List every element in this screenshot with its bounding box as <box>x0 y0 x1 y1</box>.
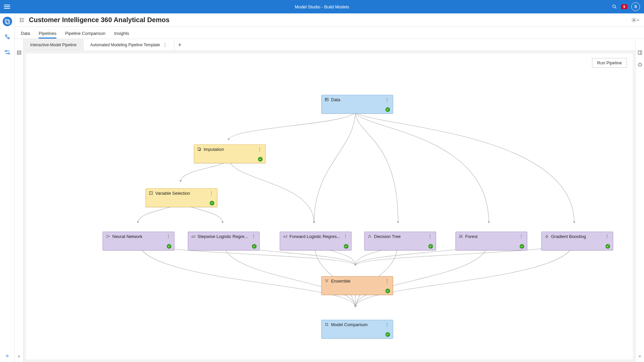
svg-point-45 <box>547 236 548 237</box>
rail-expand-icon[interactable]: » <box>6 353 9 359</box>
svg-point-51 <box>327 323 328 324</box>
node-menu-icon[interactable]: ⋮ <box>342 234 348 239</box>
node-label: Forward Logistic Regres... <box>289 234 340 239</box>
svg-point-10 <box>20 20 21 20</box>
svg-point-50 <box>325 323 326 324</box>
pipeline-canvas[interactable]: Run Pipeline <box>25 53 633 360</box>
right-dock-expand-icon[interactable]: « <box>639 353 641 359</box>
node-decision-tree[interactable]: Decision Tree ⋮ ✓ <box>364 232 436 250</box>
svg-rect-15 <box>17 51 21 55</box>
main-tabs: Data Pipelines Pipeline Comparison Insig… <box>15 27 644 39</box>
node-gradient-boosting[interactable]: Gradient Boosting ⋮ ✓ <box>541 232 613 250</box>
status-ok-icon: ✓ <box>344 244 348 249</box>
status-ok-icon: ✓ <box>258 157 263 162</box>
status-ok-icon: ✓ <box>385 107 390 112</box>
node-label: Model Comparison <box>331 322 382 327</box>
node-menu-icon[interactable]: ⋮ <box>251 234 257 239</box>
varsel-icon <box>149 191 153 195</box>
svg-rect-19 <box>325 98 328 101</box>
node-menu-icon[interactable]: ⋮ <box>518 234 524 239</box>
notification-badge[interactable]: 9 <box>621 4 627 9</box>
status-ok-icon: ✓ <box>167 244 171 249</box>
search-icon[interactable] <box>612 4 617 9</box>
status-ok-icon: ✓ <box>428 244 433 249</box>
node-menu-icon[interactable]: ⋮ <box>257 146 263 152</box>
app-title: Model Studio - Build Models <box>295 4 349 9</box>
status-ok-icon: ✓ <box>252 244 257 249</box>
add-pipeline-tab[interactable]: + <box>174 42 185 48</box>
svg-rect-6 <box>5 51 7 52</box>
pipeline-tab-label: Automated Modeling Pipeline Template <box>90 43 160 47</box>
status-ok-icon: ✓ <box>385 289 390 293</box>
node-neural-network[interactable]: Neural Network ⋮ ✓ <box>103 232 174 250</box>
svg-rect-2 <box>5 19 9 23</box>
node-forward-logistic[interactable]: Forward Logistic Regres... ⋮ ✓ <box>280 232 352 250</box>
node-label: Stepwise Logistic Regre... <box>198 234 249 239</box>
svg-rect-22 <box>198 148 200 150</box>
svg-point-49 <box>326 282 327 282</box>
outline-icon[interactable] <box>19 17 25 23</box>
status-ok-icon: ✓ <box>520 244 524 249</box>
tab-insights[interactable]: Insights <box>114 31 129 39</box>
node-palette-icon[interactable] <box>17 50 21 56</box>
node-imputation[interactable]: Imputation ⋮ ✓ <box>194 144 266 163</box>
svg-point-24 <box>107 235 107 236</box>
svg-point-47 <box>325 280 326 280</box>
node-menu-icon[interactable]: ⋮ <box>208 190 214 196</box>
svg-point-37 <box>370 237 371 238</box>
svg-rect-5 <box>8 38 9 39</box>
node-label: Neural Network <box>112 234 163 239</box>
svg-rect-3 <box>6 20 10 24</box>
node-label: Data <box>331 97 382 102</box>
rail-projects-icon[interactable] <box>3 17 12 26</box>
node-stepwise-logistic[interactable]: Stepwise Logistic Regre... ⋮ ✓ <box>188 232 260 250</box>
pipeline-tab-menu-icon[interactable]: ⋮ <box>163 42 167 48</box>
node-label: Variable Selection <box>155 191 206 196</box>
svg-point-25 <box>107 237 107 238</box>
tab-data[interactable]: Data <box>21 31 30 39</box>
node-label: Ensemble <box>331 279 382 284</box>
pipeline-tab-automated[interactable]: Automated Modeling Pipeline Template ⋮ <box>84 39 174 51</box>
tab-pipelines[interactable]: Pipelines <box>39 31 56 39</box>
svg-point-14 <box>633 19 635 21</box>
node-ensemble[interactable]: Ensemble ⋮ ✓ <box>321 276 393 295</box>
node-variable-selection[interactable]: Variable Selection ⋮ ✓ <box>146 188 217 207</box>
node-menu-icon[interactable]: ⋮ <box>427 234 433 239</box>
node-menu-icon[interactable]: ⋮ <box>384 278 390 284</box>
node-menu-icon[interactable]: ⋮ <box>165 234 171 239</box>
node-label: Forest <box>465 234 516 239</box>
node-model-comparison[interactable]: Model Comparison ⋮ ✓ <box>321 320 393 339</box>
properties-icon[interactable] <box>638 50 642 56</box>
svg-point-35 <box>369 235 370 236</box>
svg-point-8 <box>20 18 21 19</box>
table-icon <box>324 97 329 102</box>
pipeline-tab-interactive[interactable]: Interactive-Model Pipeline <box>23 39 84 51</box>
svg-point-57 <box>640 64 640 64</box>
svg-point-38 <box>460 235 461 236</box>
node-menu-icon[interactable]: ⋮ <box>384 322 390 327</box>
status-ok-icon: ✓ <box>210 201 214 205</box>
left-dock-expand-icon[interactable]: » <box>18 353 20 359</box>
node-forest[interactable]: Forest ⋮ ✓ <box>455 232 527 250</box>
node-menu-icon[interactable]: ⋮ <box>604 234 610 239</box>
left-rail: » <box>0 13 15 362</box>
workspace: » Interactive-Model Pipeline Automated M… <box>15 39 644 362</box>
node-data[interactable]: Data ⋮ ✓ <box>321 95 393 114</box>
settings-icon[interactable] <box>631 17 639 23</box>
node-label: Gradient Boosting <box>551 234 602 239</box>
rail-exchange-icon[interactable] <box>3 48 12 57</box>
run-pipeline-button[interactable]: Run Pipeline <box>592 58 627 68</box>
info-icon[interactable] <box>638 62 642 68</box>
tab-pipeline-comparison[interactable]: Pipeline Comparison <box>65 31 105 39</box>
svg-point-42 <box>462 237 463 238</box>
imputation-icon <box>197 147 202 152</box>
right-dock: « <box>635 39 644 362</box>
pipeline-tabs: Interactive-Model Pipeline Automated Mod… <box>23 39 635 51</box>
menu-button[interactable] <box>4 5 10 9</box>
rail-flow-icon[interactable] <box>3 32 12 42</box>
pipeline-tab-label: Interactive-Model Pipeline <box>30 43 76 47</box>
user-avatar[interactable]: S <box>631 2 640 11</box>
node-menu-icon[interactable]: ⋮ <box>384 97 390 102</box>
ensemble-icon <box>324 279 329 283</box>
status-ok-icon: ✓ <box>605 244 610 249</box>
